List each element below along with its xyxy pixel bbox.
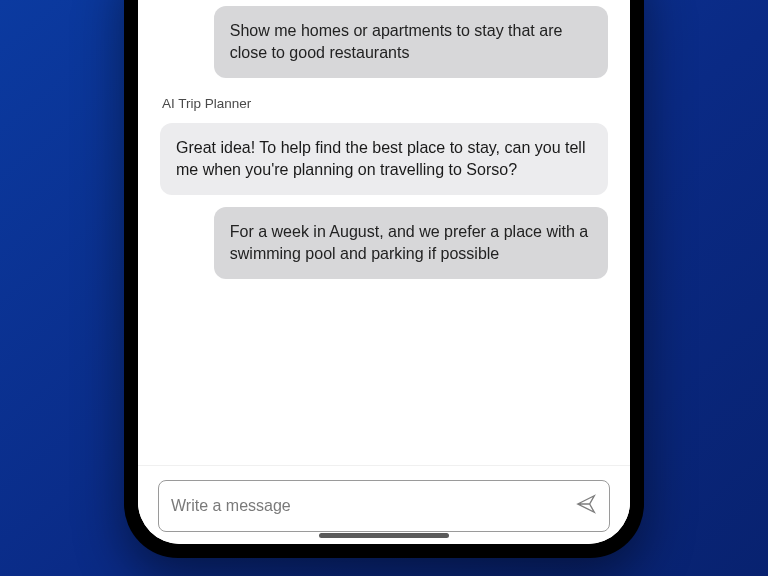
message-assistant: Great idea! To help find the best place … xyxy=(160,123,608,195)
send-icon xyxy=(575,493,597,519)
message-text: Great idea! To help find the best place … xyxy=(176,139,585,178)
message-input[interactable] xyxy=(171,497,565,515)
message-user: For a week in August, and we prefer a pl… xyxy=(214,207,608,279)
message-user: Show me homes or apartments to stay that… xyxy=(214,6,608,78)
message-text: Show me homes or apartments to stay that… xyxy=(230,22,563,61)
message-text: For a week in August, and we prefer a pl… xyxy=(230,223,588,262)
composer xyxy=(158,480,610,532)
send-button[interactable] xyxy=(575,493,597,519)
assistant-name-label: AI Trip Planner xyxy=(162,96,608,111)
home-indicator[interactable] xyxy=(319,533,449,538)
chat-thread: Helpful Not helpful Show me homes or apa… xyxy=(138,0,630,465)
phone-frame: Helpful Not helpful Show me homes or apa… xyxy=(124,0,644,558)
spacer xyxy=(160,291,608,297)
screen: Helpful Not helpful Show me homes or apa… xyxy=(138,0,630,544)
